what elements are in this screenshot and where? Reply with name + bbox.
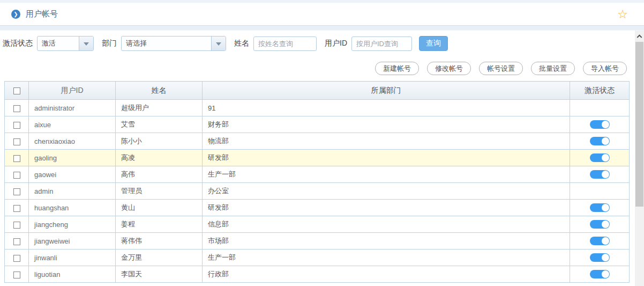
new-account-button[interactable]: 新建帐号 bbox=[375, 62, 419, 75]
row-checkbox[interactable] bbox=[13, 172, 20, 179]
account-table: 用户ID 姓名 所属部门 激活状态 administrator超级用户91aix… bbox=[4, 81, 630, 283]
row-checkbox[interactable] bbox=[13, 105, 20, 112]
cell-department: 行政部 bbox=[203, 266, 570, 283]
table-row[interactable]: chenxiaoxiao陈小小物流部 bbox=[5, 133, 630, 150]
toggle-knob bbox=[602, 121, 609, 128]
status-toggle-on[interactable] bbox=[590, 220, 610, 229]
cell-department: 信息部 bbox=[203, 216, 570, 233]
status-toggle-on[interactable] bbox=[590, 270, 610, 278]
cell-name: 高凌 bbox=[116, 150, 203, 166]
table-row[interactable]: gaowei高伟生产一部 bbox=[5, 166, 630, 183]
cell-name: 姜程 bbox=[116, 216, 203, 233]
row-checkbox[interactable] bbox=[13, 238, 20, 245]
cell-status bbox=[570, 200, 630, 216]
row-checkbox[interactable] bbox=[13, 138, 20, 145]
status-toggle-on[interactable] bbox=[590, 203, 610, 212]
modify-account-button[interactable]: 修改帐号 bbox=[427, 62, 471, 75]
cell-status bbox=[570, 166, 630, 183]
cell-status bbox=[570, 266, 630, 283]
row-checkbox[interactable] bbox=[13, 205, 20, 212]
row-checkbox[interactable] bbox=[13, 155, 20, 162]
cell-user-id: liguotian bbox=[29, 266, 116, 283]
table-row[interactable]: jiangcheng姜程信息部 bbox=[5, 216, 630, 233]
row-checkbox[interactable] bbox=[13, 272, 20, 278]
table-row[interactable]: huangshan黄山研发部 bbox=[5, 200, 630, 216]
column-status: 激活状态 bbox=[570, 82, 630, 100]
status-toggle-on[interactable] bbox=[590, 153, 610, 162]
dept-filter-label: 部门 bbox=[102, 39, 117, 48]
cell-user-id: administrator bbox=[29, 100, 116, 116]
dept-dropdown[interactable]: 请选择 bbox=[121, 36, 226, 51]
page-header: ❯ 用户帐号 ☆ bbox=[0, 3, 644, 26]
user-account-page: ❯ 用户帐号 ☆ 激活状态 激活 部门 请选择 姓名 用户ID 查询 新建帐号 … bbox=[0, 0, 644, 286]
cell-user-id: jiangcheng bbox=[29, 216, 116, 233]
status-toggle-on[interactable] bbox=[590, 120, 610, 129]
cell-name: 陈小小 bbox=[116, 133, 203, 150]
cell-department: 生产一部 bbox=[203, 166, 570, 183]
status-filter-label: 激活状态 bbox=[3, 39, 33, 48]
cell-name: 金万里 bbox=[116, 250, 203, 266]
import-account-button[interactable]: 导入帐号 bbox=[583, 62, 627, 75]
batch-settings-button[interactable]: 批量设置 bbox=[531, 62, 575, 75]
column-user-id: 用户ID bbox=[29, 82, 116, 100]
cell-department: 研发部 bbox=[203, 200, 570, 216]
cell-name: 李国天 bbox=[116, 266, 203, 283]
status-toggle-on[interactable] bbox=[590, 170, 610, 179]
table-row[interactable]: aixue艾雪财务部 bbox=[5, 116, 630, 133]
filter-bar: 激活状态 激活 部门 请选择 姓名 用户ID 查询 bbox=[0, 33, 644, 54]
select-all-checkbox[interactable] bbox=[13, 87, 20, 94]
cell-user-id: jiangweiwei bbox=[29, 233, 116, 250]
table-row[interactable]: jinwanli金万里生产一部 bbox=[5, 250, 630, 266]
scrollbar-thumb[interactable] bbox=[635, 42, 643, 207]
cell-name: 艾雪 bbox=[116, 116, 203, 133]
userid-search-input[interactable] bbox=[351, 36, 412, 51]
status-dropdown-button[interactable] bbox=[79, 36, 93, 50]
cell-status bbox=[570, 183, 630, 200]
toggle-knob bbox=[602, 254, 609, 261]
cell-status bbox=[570, 250, 630, 266]
cell-name: 高伟 bbox=[116, 166, 203, 183]
account-table-body: administrator超级用户91aixue艾雪财务部chenxiaoxia… bbox=[5, 100, 630, 283]
name-search-input[interactable] bbox=[253, 36, 317, 51]
row-checkbox[interactable] bbox=[13, 255, 20, 262]
status-toggle-on[interactable] bbox=[590, 253, 610, 262]
cell-department: 研发部 bbox=[203, 150, 570, 166]
search-button[interactable]: 查询 bbox=[419, 36, 448, 51]
cell-department: 91 bbox=[203, 100, 570, 116]
cell-name: 黄山 bbox=[116, 200, 203, 216]
account-settings-button[interactable]: 帐号设置 bbox=[479, 62, 523, 75]
toggle-knob bbox=[602, 154, 609, 162]
status-dropdown[interactable]: 激活 bbox=[37, 36, 94, 51]
scrollbar-up-arrow-icon[interactable] bbox=[635, 31, 644, 40]
toggle-knob bbox=[602, 237, 609, 245]
cell-department: 办公室 bbox=[203, 183, 570, 200]
dept-dropdown-value: 请选择 bbox=[122, 36, 211, 50]
row-checkbox[interactable] bbox=[13, 188, 20, 195]
cell-status bbox=[570, 216, 630, 233]
cell-user-id: gaoling bbox=[29, 150, 116, 166]
table-row[interactable]: gaoling高凌研发部 bbox=[5, 150, 630, 166]
table-row[interactable]: jiangweiwei蒋伟伟市场部 bbox=[5, 233, 630, 250]
arrow-circle-icon: ❯ bbox=[11, 10, 20, 19]
cell-user-id: aixue bbox=[29, 116, 116, 133]
toggle-knob bbox=[602, 204, 609, 211]
table-row[interactable]: administrator超级用户91 bbox=[5, 100, 630, 116]
status-toggle-on[interactable] bbox=[590, 237, 610, 245]
action-buttons: 新建帐号 修改帐号 帐号设置 批量设置 导入帐号 bbox=[0, 62, 644, 75]
cell-status bbox=[570, 100, 630, 116]
cell-name: 蒋伟伟 bbox=[116, 233, 203, 250]
table-row[interactable]: admin管理员办公室 bbox=[5, 183, 630, 200]
dept-dropdown-button[interactable] bbox=[211, 36, 226, 50]
table-row[interactable]: liguotian李国天行政部 bbox=[5, 266, 630, 283]
cell-name: 超级用户 bbox=[116, 100, 203, 116]
cell-status bbox=[570, 133, 630, 150]
chevron-down-icon bbox=[84, 42, 89, 48]
status-toggle-on[interactable] bbox=[590, 137, 610, 145]
row-checkbox[interactable] bbox=[13, 122, 20, 129]
row-checkbox[interactable] bbox=[13, 222, 20, 229]
sub-band bbox=[0, 26, 644, 31]
favorite-star-icon[interactable]: ☆ bbox=[617, 9, 628, 20]
cell-department: 物流部 bbox=[203, 133, 570, 150]
cell-user-id: jinwanli bbox=[29, 250, 116, 266]
vertical-scrollbar[interactable] bbox=[635, 31, 644, 286]
